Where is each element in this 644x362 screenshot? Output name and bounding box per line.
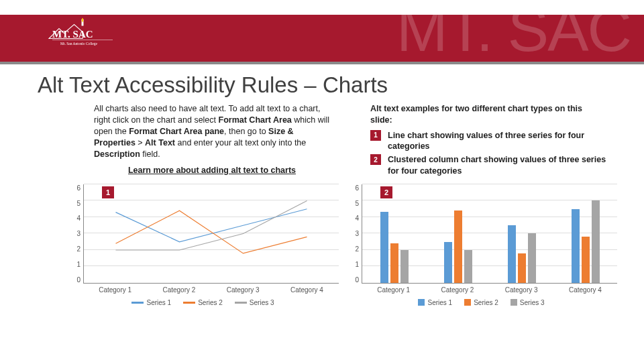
page-title: Alt Text Accessibility Rules – Charts: [38, 72, 644, 98]
brand-logo: MT. SACMt. San Antonio College: [46, 16, 119, 54]
header-banner: MT. SACMt. San Antonio College MT. SAC: [0, 0, 644, 64]
content-columns: All charts also need to have alt text. T…: [0, 103, 644, 179]
watermark-text: MT. SAC: [396, 0, 631, 65]
examples-intro: Alt text examples for two different char…: [370, 103, 606, 126]
example-number-badge: 1: [370, 130, 381, 141]
line-chart: 0123456Category 1Category 2Category 3Cat…: [67, 184, 339, 306]
line-chart-wrap: 1 0123456Category 1Category 2Category 3C…: [67, 184, 339, 306]
charts-row: 1 0123456Category 1Category 2Category 3C…: [0, 179, 644, 306]
learn-more-link[interactable]: Learn more about adding alt text to char…: [94, 165, 330, 176]
svg-text:MT. SAC: MT. SAC: [52, 29, 93, 40]
example-text: Line chart showing values of three serie…: [388, 130, 606, 152]
example-number-badge: 2: [370, 154, 381, 165]
example-item: 1 Line chart showing values of three ser…: [370, 130, 606, 152]
instructions-paragraph: All charts also need to have alt text. T…: [94, 103, 330, 160]
bar-chart-wrap: 2 0123456Category 1Category 2Category 3C…: [345, 184, 617, 306]
example-item: 2 Clustered column chart showing values …: [370, 154, 606, 176]
svg-text:Mt. San Antonio College: Mt. San Antonio College: [60, 42, 98, 46]
bar-chart: 0123456Category 1Category 2Category 3Cat…: [345, 184, 617, 306]
chart-number-badge: 2: [380, 186, 392, 198]
left-column: All charts also need to have alt text. T…: [94, 103, 330, 179]
right-column: Alt text examples for two different char…: [370, 103, 606, 179]
example-text: Clustered column chart showing values of…: [388, 154, 606, 176]
chart-number-badge: 1: [102, 186, 114, 198]
